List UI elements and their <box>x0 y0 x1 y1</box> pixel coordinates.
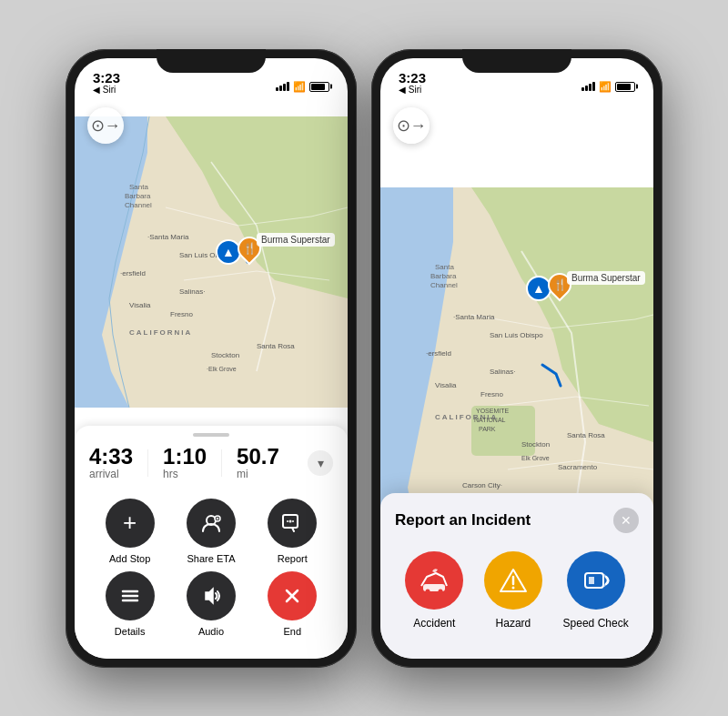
phone-2: 3:23 ◀ Siri 📶 <box>371 49 662 668</box>
end-icon <box>268 571 317 620</box>
map-svg-1: Santa Barbara Channel ·Santa Maria San L… <box>75 98 348 426</box>
destination-pin-1: 🍴 <box>237 233 262 264</box>
share-eta-svg <box>199 511 223 535</box>
back-button-1[interactable]: ⊙→ <box>87 107 124 144</box>
details-icon <box>106 571 155 620</box>
report-label: Report <box>278 553 308 564</box>
phone-1: 3:23 ◀ Siri 📶 <box>66 49 357 668</box>
back-icon-2: ⊙→ <box>397 116 427 136</box>
hazard-svg <box>497 564 530 597</box>
signal-bar-4 <box>287 82 289 91</box>
nav-hrs-value: 1:10 <box>163 446 207 468</box>
svg-text:YOSEMITE: YOSEMITE <box>476 408 510 414</box>
svg-text:·Santa Maria: ·Santa Maria <box>453 313 495 321</box>
report-header: Report an Incident ✕ <box>395 508 639 533</box>
report-button[interactable]: Report <box>268 499 317 564</box>
svg-text:San Luis Obispo: San Luis Obispo <box>490 331 543 339</box>
share-eta-button[interactable]: Share ETA <box>187 499 236 564</box>
report-incident-panel: Report an Incident ✕ <box>380 493 653 659</box>
svg-point-50 <box>511 586 514 589</box>
phone-2-time: 3:23 <box>399 71 426 85</box>
speed-check-button[interactable]: Speed Check <box>563 551 629 630</box>
end-label: End <box>284 626 302 637</box>
phone-1-status-right: 📶 <box>276 81 329 95</box>
svg-text:Fresno: Fresno <box>480 390 503 398</box>
svg-point-47 <box>426 589 430 593</box>
expand-chevron-1[interactable]: ▾ <box>308 450 333 476</box>
report-buttons: Accident Hazard <box>395 551 639 644</box>
svg-text:·Elk Grove: ·Elk Grove <box>207 366 237 372</box>
details-label: Details <box>115 626 146 637</box>
audio-button[interactable]: Audio <box>187 571 236 637</box>
svg-text:Visalia: Visalia <box>129 301 151 309</box>
audio-label: Audio <box>198 626 224 637</box>
accident-svg <box>418 564 450 597</box>
phone-2-notch <box>462 49 571 73</box>
svg-text:Stockton: Stockton <box>211 351 239 359</box>
report-title: Report an Incident <box>395 511 531 529</box>
phone-2-status-right: 📶 <box>581 81 635 95</box>
action-row-1: + Add Stop <box>89 499 333 564</box>
audio-svg <box>200 585 222 607</box>
nav-arrival-label: arrival <box>89 468 133 480</box>
phone-1-signal <box>276 82 289 91</box>
svg-text:Visalia: Visalia <box>435 381 457 389</box>
back-button-2[interactable]: ⊙→ <box>393 107 430 144</box>
wifi-icon: 📶 <box>293 81 306 93</box>
signal-bar-p2-1 <box>581 87 584 91</box>
svg-text:Channel: Channel <box>125 201 152 209</box>
pin-icon-1: 🍴 <box>243 242 257 255</box>
svg-text:Carson City·: Carson City· <box>462 481 502 489</box>
nav-pin-arrow: ▲ <box>222 245 235 259</box>
details-button[interactable]: Details <box>106 571 155 637</box>
svg-text:Santa: Santa <box>129 183 148 191</box>
nav-divider-2 <box>221 449 222 477</box>
destination-pin-2: 🍴 <box>547 269 572 300</box>
accident-label: Accident <box>413 617 455 630</box>
share-eta-icon <box>187 499 236 548</box>
svg-text:Salinas·: Salinas· <box>179 287 205 296</box>
battery-fill <box>311 84 325 90</box>
svg-text:Channel: Channel <box>430 281 458 289</box>
nav-pin-arrow-2: ▲ <box>532 281 545 296</box>
add-stop-button[interactable]: + Add Stop <box>106 499 155 564</box>
action-row-2: Details Audio <box>89 571 333 637</box>
nav-miles: 50.7 mi <box>237 446 279 480</box>
details-svg <box>119 585 141 607</box>
svg-text:Sacramento: Sacramento <box>558 463 598 471</box>
hazard-icon-circle <box>484 551 542 610</box>
phone-2-siri: ◀ Siri <box>399 86 421 95</box>
signal-bar-1 <box>276 87 278 91</box>
audio-icon <box>187 571 236 620</box>
share-eta-label: Share ETA <box>187 553 235 564</box>
svg-text:CALIFORNIA: CALIFORNIA <box>129 328 192 337</box>
phone-2-status-left: 3:23 ◀ Siri <box>399 71 426 95</box>
phone-1-status-left: 3:23 ◀ Siri <box>93 71 120 95</box>
phone-1-siri: ◀ Siri <box>93 86 116 95</box>
signal-bar-p2-4 <box>592 82 595 91</box>
svg-text:Stockton: Stockton <box>521 440 550 449</box>
svg-text:Fresno: Fresno <box>170 310 193 318</box>
hazard-label: Hazard <box>496 617 531 630</box>
svg-text:Santa Rosa: Santa Rosa <box>257 342 295 350</box>
pin-icon-2: 🍴 <box>553 278 567 291</box>
speed-check-label: Speed Check <box>563 617 629 630</box>
svg-text:Barbara: Barbara <box>430 272 457 280</box>
panel-handle-1 <box>193 433 229 437</box>
end-button[interactable]: End <box>268 571 317 637</box>
svg-text:PARK: PARK <box>479 426 496 432</box>
report-close-button[interactable]: ✕ <box>613 508 639 533</box>
nav-divider-1 <box>147 449 148 477</box>
report-icon <box>268 499 317 548</box>
signal-bar-p2-3 <box>589 84 592 91</box>
bottom-panel-1: 4:33 arrival 1:10 hrs 50.7 mi ▾ <box>75 426 348 659</box>
report-close-icon: ✕ <box>621 513 632 528</box>
add-stop-icon: + <box>106 499 155 548</box>
nav-info-1: 4:33 arrival 1:10 hrs 50.7 mi ▾ <box>75 446 348 491</box>
accident-button[interactable]: Accident <box>405 551 463 630</box>
svg-text:NATIONAL: NATIONAL <box>474 417 506 423</box>
hazard-button[interactable]: Hazard <box>484 551 542 630</box>
nav-miles-value: 50.7 <box>237 446 279 468</box>
nav-arrival: 4:33 arrival <box>89 446 133 480</box>
nav-hrs-label: hrs <box>163 468 207 480</box>
